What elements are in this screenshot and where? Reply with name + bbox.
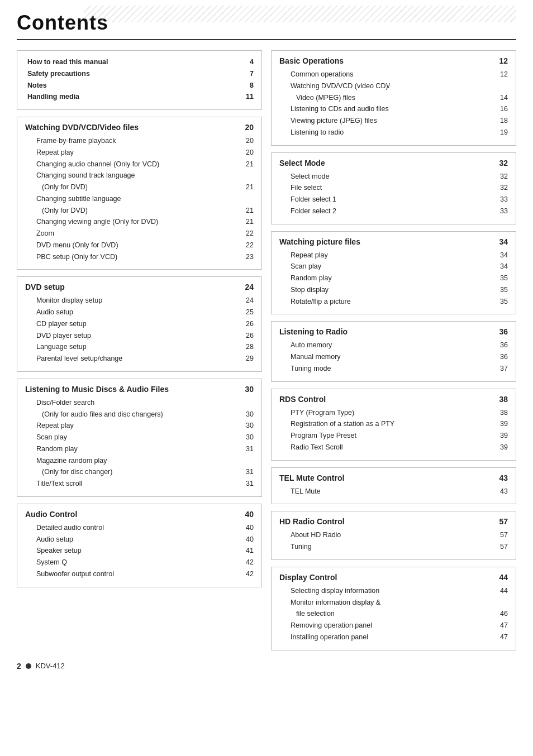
section-title: Audio Control [25, 510, 77, 519]
entry-label: Title/Text scroll [36, 479, 241, 489]
entry-page: 35 [496, 285, 508, 295]
entry-label: Program Type Preset [291, 430, 496, 441]
entry-page: 21 [241, 205, 254, 216]
list-item: PBC setup (Only for VCD)23 [25, 251, 254, 263]
list-item: Scan play30 [25, 432, 254, 443]
section-title: Display Control [279, 573, 337, 582]
entry-label: About HD Radio [291, 530, 496, 540]
entry-label: Monitor display setup [36, 295, 241, 306]
list-item: Changing audio channel (Only for VCD)21 [25, 159, 254, 170]
list-item: Audio setup25 [25, 307, 254, 318]
entry-label: Folder select 2 [291, 206, 496, 217]
entry-label: Zoom [36, 228, 241, 239]
list-item: Radio Text Scroll39 [279, 442, 508, 453]
entry-label: Changing subtitle language [36, 194, 241, 204]
entry-label: (Only for DVD) [42, 205, 241, 216]
entry-page: 32 [496, 171, 508, 182]
entry-label: Registration of a station as a PTY [291, 419, 496, 429]
entry-page: 40 [241, 523, 254, 533]
list-item: Program Type Preset39 [279, 430, 508, 442]
list-item: Zoom22 [25, 228, 254, 240]
entry-label: Folder select 1 [291, 194, 496, 205]
intro-page: 4 [241, 57, 254, 68]
list-item: Magazine random play [25, 455, 254, 467]
list-item: Parental level setup/change29 [25, 353, 254, 365]
list-item: Repeat play30 [25, 420, 254, 432]
entry-label: Speaker setup [36, 546, 241, 556]
section-title: Watching picture files [279, 237, 360, 246]
section-title-row: Audio Control40 [25, 510, 254, 521]
entry-label: Tuning [291, 542, 496, 552]
entry-label: Repeat play [291, 250, 496, 261]
entry-page: 42 [241, 569, 254, 580]
entry-page: 35 [496, 273, 508, 284]
section-tel-mute: TEL Mute Control43TEL Mute43 [271, 467, 516, 505]
section-title-row: DVD setup24 [25, 283, 254, 294]
list-item: Viewing picture (JPEG) files18 [279, 115, 508, 127]
list-item: Changing viewing angle (Only for DVD)21 [25, 216, 254, 228]
entry-page: 16 [496, 104, 508, 114]
list-item: Listening to radio19 [279, 127, 508, 138]
right-column: Basic Operations12Common operations12Wat… [271, 50, 516, 650]
section-rds-control: RDS Control38PTY (Program Type)38Registr… [271, 389, 516, 461]
list-item: Frame-by-frame playback20 [25, 135, 254, 147]
section-title-row: TEL Mute Control43 [279, 473, 508, 485]
list-item: CD player setup26 [25, 318, 254, 330]
entry-page: 47 [496, 632, 508, 643]
entry-label: (Only for audio files and disc changers) [42, 409, 241, 420]
entry-page: 19 [496, 127, 508, 138]
section-page: 34 [499, 237, 508, 246]
entry-label: Magazine random play [36, 456, 241, 466]
entry-label: Video (MPEG) files [296, 93, 496, 103]
entry-page: 39 [496, 419, 508, 429]
entry-label: Changing viewing angle (Only for DVD) [36, 217, 241, 227]
section-title-row: Watching picture files34 [279, 237, 508, 248]
section-page: 43 [499, 473, 508, 482]
entry-label: Radio Text Scroll [291, 442, 496, 453]
list-item: Disc/Folder search [25, 397, 254, 409]
entry-label: Rotate/flip a picture [291, 296, 496, 307]
list-item: Detailed audio control40 [25, 522, 254, 534]
entry-label: Selecting display information [291, 586, 496, 596]
list-item: file selection46 [279, 608, 508, 620]
section-page: 38 [499, 395, 508, 404]
list-item: Random play31 [25, 443, 254, 455]
entry-label: Scan play [291, 261, 496, 272]
entry-label: DVD menu (Only for DVD) [36, 240, 241, 251]
list-item: Repeat play20 [25, 147, 254, 159]
intro-entry-how-to-read: How to read this manual4 [25, 56, 254, 68]
intro-label: Handling media [27, 92, 241, 102]
section-title: Listening to Radio [279, 327, 348, 336]
section-select-mode: Select Mode32Select mode32File select32F… [271, 152, 516, 224]
entry-page [241, 456, 254, 466]
section-title: RDS Control [279, 395, 326, 404]
entry-page: 42 [241, 557, 254, 568]
section-title-row: RDS Control38 [279, 395, 508, 406]
section-title-row: Listening to Radio36 [279, 327, 508, 338]
entry-page [241, 170, 254, 181]
entry-page: 31 [241, 467, 254, 477]
list-item: Rotate/flip a picture35 [279, 296, 508, 308]
page: Contents How to read this manual4Safety … [0, 0, 533, 756]
entry-label: System Q [36, 557, 241, 568]
model-name: KDV-412 [36, 662, 65, 670]
entry-page: 33 [496, 194, 508, 205]
section-basic-operations: Basic Operations12Common operations12Wat… [271, 50, 516, 146]
entry-page: 28 [241, 342, 254, 352]
list-item: (Only for DVD)21 [25, 181, 254, 193]
entry-label: Subwoofer output control [36, 569, 241, 580]
list-item: Tuning mode37 [279, 363, 508, 375]
entry-page: 31 [241, 479, 254, 489]
section-page: 24 [245, 283, 254, 291]
section-watching-dvd: Watching DVD/VCD/Video files20Frame-by-f… [17, 117, 262, 270]
section-page: 30 [245, 385, 254, 394]
entry-label: Scan play [36, 432, 241, 443]
list-item: PTY (Program Type)38 [279, 407, 508, 419]
entry-label: (Only for disc changer) [42, 467, 241, 477]
entry-page: 39 [496, 442, 508, 453]
section-page: 32 [499, 159, 508, 168]
section-listening-music: Listening to Music Discs & Audio Files30… [17, 379, 262, 497]
entry-label: DVD player setup [36, 331, 241, 341]
list-item: About HD Radio57 [279, 529, 508, 541]
entry-label: PTY (Program Type) [291, 408, 496, 418]
